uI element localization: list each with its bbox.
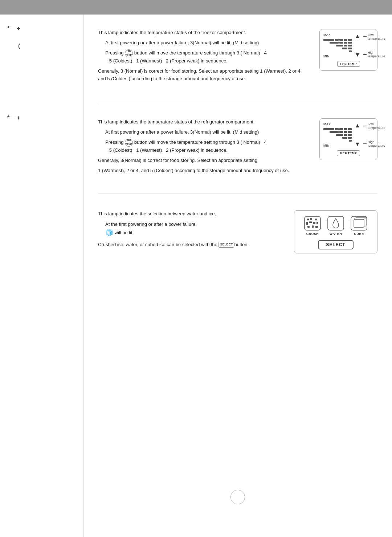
label-line bbox=[363, 143, 367, 144]
bar-seg bbox=[348, 42, 352, 44]
bar-seg bbox=[335, 128, 339, 130]
svg-rect-12 bbox=[351, 216, 367, 230]
sidebar-section2-markers: * + bbox=[4, 115, 79, 121]
crush-label: CRUSH bbox=[306, 232, 319, 236]
ref-arrows: ▲ ▼ bbox=[355, 122, 360, 147]
arrow-down-icon: ▼ bbox=[355, 52, 360, 58]
sidebar-marker-plus2: + bbox=[17, 115, 20, 121]
bar-seg bbox=[336, 45, 343, 46]
ice-icon: 🧊 bbox=[105, 229, 113, 236]
section-ref-row: This lamp indicates the temperature stat… bbox=[98, 118, 377, 178]
bar-seg bbox=[330, 131, 339, 133]
ref-arrow-up-icon: ▲ bbox=[355, 122, 360, 129]
ice-icons-row: CRUSH WATER bbox=[304, 216, 368, 236]
select-inline-button: SELECT bbox=[219, 242, 234, 248]
ref-para2: Pressing FRZTEMP button will move the te… bbox=[98, 139, 309, 154]
sidebar-marker-plus1: + bbox=[17, 25, 20, 32]
sidebar-marker-star2: * bbox=[7, 115, 9, 121]
freezer-panel-inner: MAX bbox=[323, 33, 373, 58]
water-item: WATER bbox=[327, 216, 344, 236]
section-ice-water: This lamp indicates the selection betwee… bbox=[98, 210, 377, 253]
select-button: SELECT bbox=[318, 240, 353, 249]
ref-bar-section bbox=[323, 128, 352, 142]
section-ice-row: This lamp indicates the selection betwee… bbox=[98, 210, 377, 253]
ref-max: MAX bbox=[323, 122, 352, 126]
ref-para3a: Generally, 3(Normal) is correct for food… bbox=[98, 157, 309, 164]
section-ref-text: This lamp indicates the temperature stat… bbox=[98, 118, 309, 178]
bar-seg bbox=[348, 131, 352, 133]
svg-line-18 bbox=[364, 225, 366, 227]
crush-item: CRUSH bbox=[304, 216, 321, 236]
water-label: WATER bbox=[330, 232, 342, 236]
bar-seg bbox=[323, 39, 334, 41]
section-freezer-text: This lamp indicates the temperature stat… bbox=[98, 29, 309, 85]
section-freezer-temp: This lamp indicates the temperature stat… bbox=[98, 29, 377, 85]
freezer-para1: At first powering or after a power failu… bbox=[98, 39, 309, 46]
bar-row-3 bbox=[323, 45, 352, 46]
label-line bbox=[363, 54, 367, 55]
svg-rect-13 bbox=[354, 219, 364, 227]
label-line bbox=[363, 36, 367, 37]
ref-title: This lamp indicates the temperature stat… bbox=[98, 118, 309, 126]
low-temp-label: Low temperature bbox=[368, 33, 386, 40]
bar-seg bbox=[342, 137, 347, 139]
svg-line-15 bbox=[364, 217, 366, 219]
ref-diagram: MAX bbox=[319, 118, 377, 160]
crush-icon bbox=[304, 216, 321, 231]
label-line bbox=[363, 126, 367, 126]
top-bar bbox=[0, 0, 392, 15]
cube-icon bbox=[350, 216, 368, 231]
freezer-para3: Generally, 3 (Normal) is correct for foo… bbox=[98, 68, 309, 82]
ref-arrow-down-icon: ▼ bbox=[355, 141, 360, 147]
bar-row-4 bbox=[323, 48, 352, 49]
page-circle bbox=[230, 490, 245, 504]
page-layout: * + ( * + This lamp indicates the temper… bbox=[0, 15, 392, 537]
freezer-title: This lamp indicates the temperature stat… bbox=[98, 29, 309, 36]
section-ice-text: This lamp indicates the selection betwee… bbox=[98, 210, 283, 251]
freezer-arrows: ▲ ▼ bbox=[355, 33, 360, 58]
ice-para2: At the first powering or after a power f… bbox=[98, 221, 283, 238]
divider2 bbox=[98, 194, 377, 194]
ref-panel-inner: MAX bbox=[323, 122, 373, 147]
ref-para1: At first powering or after a power failu… bbox=[98, 129, 309, 136]
bar-seg bbox=[344, 42, 347, 44]
bar-seg bbox=[348, 39, 352, 41]
water-icon bbox=[327, 216, 344, 231]
bar-row-r3 bbox=[323, 134, 352, 136]
frz-temp-button: FRZ TEMP bbox=[337, 61, 360, 67]
svg-rect-9 bbox=[312, 225, 314, 228]
bottom-area bbox=[98, 457, 377, 522]
bar-seg bbox=[348, 137, 352, 139]
bar-seg bbox=[339, 39, 343, 41]
svg-rect-1 bbox=[307, 219, 309, 220]
high-temp-label: High temperature bbox=[368, 51, 387, 58]
bar-seg bbox=[344, 45, 347, 46]
svg-rect-2 bbox=[310, 218, 312, 220]
svg-rect-10 bbox=[315, 226, 318, 228]
cube-label: CUBE bbox=[354, 232, 364, 236]
bar-seg bbox=[348, 128, 352, 130]
bar-seg bbox=[344, 128, 347, 130]
svg-rect-5 bbox=[309, 221, 312, 223]
bar-row-5 bbox=[323, 50, 352, 52]
high-temp-row: High temperature bbox=[363, 51, 387, 58]
divider1 bbox=[98, 102, 377, 102]
ref-low-temp-row: Low temperature bbox=[363, 122, 387, 130]
sidebar-section1-paren: ( bbox=[4, 43, 79, 49]
main-content: This lamp indicates the temperature stat… bbox=[83, 15, 392, 537]
ref-para3b: 1 (Warmest), 2 or 4, and 5 (Coldest) acc… bbox=[98, 167, 309, 174]
bar-seg bbox=[348, 134, 352, 136]
section-ref-temp: This lamp indicates the temperature stat… bbox=[98, 118, 377, 178]
ref-high-temp-label: High temperature bbox=[368, 140, 387, 147]
ice-diagram: CRUSH WATER bbox=[294, 210, 377, 253]
bar-row-2 bbox=[323, 42, 352, 44]
ref-low-temp-label: Low temperature bbox=[368, 122, 386, 130]
ref-bars: MAX bbox=[323, 122, 352, 147]
svg-rect-3 bbox=[315, 219, 317, 220]
freezer-bar-section bbox=[323, 39, 352, 52]
bar-seg bbox=[339, 128, 343, 130]
arrow-up-icon: ▲ bbox=[355, 33, 360, 40]
bar-seg bbox=[348, 45, 352, 46]
bar-row-r1 bbox=[323, 128, 352, 130]
ice-para1: This lamp indicates the selection betwee… bbox=[98, 210, 283, 217]
